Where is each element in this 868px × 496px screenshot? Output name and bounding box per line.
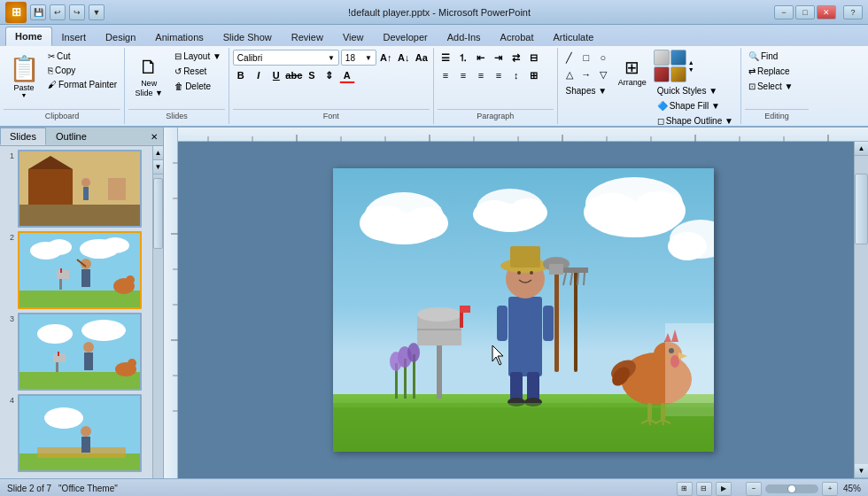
slides-tab[interactable]: Slides <box>0 128 46 145</box>
copy-button[interactable]: ⎘Copy <box>44 64 120 77</box>
shape-triangle[interactable]: △ <box>562 66 577 82</box>
undo-button[interactable]: ↩ <box>50 4 66 20</box>
numbering-button[interactable]: ⒈ <box>455 50 471 66</box>
shape-fill-button[interactable]: 🔷 Shape Fill ▼ <box>654 99 737 112</box>
zoom-in-button[interactable]: + <box>822 482 838 496</box>
qs-up[interactable]: ▲ <box>688 59 694 66</box>
find-button[interactable]: 🔍 Find <box>745 50 781 63</box>
shape-arrow[interactable]: → <box>578 66 594 82</box>
redo-button[interactable]: ↪ <box>69 4 85 20</box>
strikethrough-button[interactable]: abc <box>286 67 302 83</box>
view-slide-sorter[interactable]: ⊟ <box>696 482 712 496</box>
text-direction-button[interactable]: ⊞ <box>526 67 542 83</box>
rtl-button[interactable]: ⇄ <box>508 50 524 66</box>
italic-button[interactable]: I <box>251 67 267 83</box>
shape-more[interactable]: ▽ <box>595 66 611 82</box>
view-normal[interactable]: ⊞ <box>677 482 693 496</box>
shape-rect[interactable]: □ <box>578 50 594 66</box>
shadow-button[interactable]: S <box>304 67 320 83</box>
view-slideshow[interactable]: ▶ <box>716 482 732 496</box>
slides-scrollbar[interactable]: ▲ ▼ <box>152 146 163 478</box>
shapes-dropdown-button[interactable]: Shapes ▼ <box>562 84 611 97</box>
reset-button[interactable]: ↺Reset <box>171 65 225 78</box>
slide-canvas[interactable] <box>333 168 714 452</box>
font-color-button[interactable]: A <box>339 67 355 83</box>
underline-button[interactable]: U <box>268 67 284 83</box>
qs-item-4[interactable] <box>670 66 686 82</box>
slides-panel-close[interactable]: ✕ <box>145 128 163 145</box>
shape-ellipse[interactable]: ○ <box>595 50 611 66</box>
slide-thumb-1[interactable] <box>18 150 142 228</box>
font-name-combo[interactable]: Calibri▼ <box>233 50 339 66</box>
office-button[interactable]: ⊞ <box>5 2 27 23</box>
help-button[interactable]: ? <box>843 5 863 19</box>
canvas-scroll-up[interactable]: ▲ <box>855 142 868 156</box>
quick-styles-button[interactable]: Quick Styles ▼ <box>654 84 737 97</box>
shape-line[interactable]: ╱ <box>562 50 577 66</box>
zoom-thumb[interactable] <box>787 484 796 493</box>
align-center-button[interactable]: ≡ <box>455 67 471 83</box>
grow-font-button[interactable]: A↑ <box>378 50 394 66</box>
qs-item-3[interactable] <box>654 66 670 82</box>
new-slide-button[interactable]: 🗋 NewSlide ▼ <box>128 50 169 106</box>
justify-button[interactable]: ≡ <box>491 67 507 83</box>
align-left-button[interactable]: ≡ <box>438 67 453 83</box>
tab-articulate[interactable]: Articulate <box>544 27 604 46</box>
canvas-scroll-thumb[interactable] <box>855 174 868 244</box>
layout-button[interactable]: ⊟Layout ▼ <box>171 50 225 63</box>
svg-point-11 <box>47 239 72 255</box>
outline-tab[interactable]: Outline <box>46 128 97 145</box>
cut-button[interactable]: ✂Cut <box>44 50 120 63</box>
tab-animations[interactable]: Animations <box>145 27 213 46</box>
format-painter-button[interactable]: 🖌Format Painter <box>44 78 120 91</box>
qs-item-2[interactable] <box>670 50 686 66</box>
tab-addins[interactable]: Add-Ins <box>438 27 491 46</box>
slide-item-1[interactable]: 1 <box>4 150 149 228</box>
bold-button[interactable]: B <box>233 67 249 83</box>
slide-item-2[interactable]: 2 <box>4 231 149 309</box>
slides-scroll-down[interactable]: ▼ <box>153 160 163 174</box>
spacing-button[interactable]: ⇕ <box>322 67 337 83</box>
tab-home[interactable]: Home <box>5 27 52 46</box>
canvas-scroll-down[interactable]: ▼ <box>855 464 868 478</box>
tab-view[interactable]: View <box>333 27 374 46</box>
arrange-button[interactable]: ⊞ Arrange <box>615 50 650 94</box>
tab-review[interactable]: Review <box>282 27 333 46</box>
qs-item-1[interactable] <box>654 50 670 66</box>
paste-button[interactable]: 📋 Paste ▼ <box>4 50 44 103</box>
increase-indent-button[interactable]: ⇥ <box>491 50 507 66</box>
replace-button[interactable]: ⇄ Replace <box>745 65 794 78</box>
align-right-button[interactable]: ≡ <box>473 67 489 83</box>
font-size-combo[interactable]: 18▼ <box>341 50 376 66</box>
shape-outline-button[interactable]: ◻ Shape Outline ▼ <box>654 114 737 128</box>
qs-down[interactable]: ▼ <box>688 66 694 73</box>
slide-item-4[interactable]: 4 <box>4 394 149 472</box>
zoom-out-button[interactable]: − <box>746 482 762 496</box>
slide-thumb-4[interactable] <box>18 394 142 472</box>
tab-developer[interactable]: Developer <box>374 27 438 46</box>
zoom-slider[interactable] <box>765 484 818 493</box>
decrease-indent-button[interactable]: ⇤ <box>473 50 489 66</box>
slide-thumb-3[interactable] <box>18 313 142 391</box>
tab-design[interactable]: Design <box>96 27 145 46</box>
delete-button[interactable]: 🗑Delete <box>171 80 225 93</box>
columns-button[interactable]: ⊟ <box>526 50 542 66</box>
save-button[interactable]: 💾 <box>30 4 46 20</box>
slide-thumb-2[interactable] <box>18 231 142 309</box>
tab-slideshow[interactable]: Slide Show <box>213 27 282 46</box>
slides-scroll-thumb[interactable] <box>153 178 163 249</box>
maximize-button[interactable]: □ <box>795 5 815 19</box>
main-area: Slides Outline ✕ 1 <box>0 128 868 478</box>
clear-format-button[interactable]: Aa <box>414 50 430 66</box>
line-spacing-button[interactable]: ↕ <box>508 67 524 83</box>
slides-scroll-up[interactable]: ▲ <box>153 146 163 160</box>
bullets-button[interactable]: ☰ <box>438 50 453 66</box>
slide-item-3[interactable]: 3 <box>4 313 149 391</box>
minimize-button[interactable]: − <box>774 5 794 19</box>
tab-acrobat[interactable]: Acrobat <box>491 27 544 46</box>
customize-button[interactable]: ▼ <box>89 4 105 20</box>
shrink-font-button[interactable]: A↓ <box>396 50 412 66</box>
tab-insert[interactable]: Insert <box>52 27 97 46</box>
select-button[interactable]: ⊡ Select ▼ <box>745 80 796 93</box>
close-button[interactable]: ✕ <box>817 5 836 19</box>
